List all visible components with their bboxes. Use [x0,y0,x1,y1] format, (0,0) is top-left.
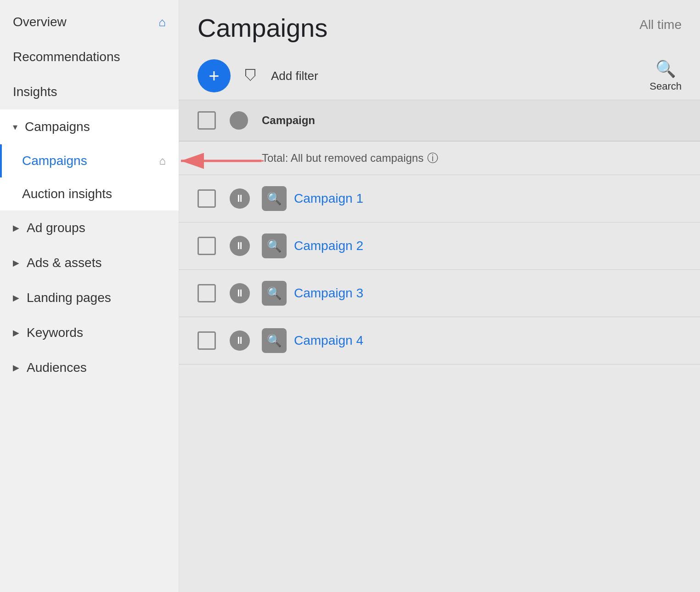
ads-assets-chevron-icon: ▶ [13,258,19,268]
search-campaign-icon-4: 🔍 [267,334,282,348]
sidebar-campaigns-header[interactable]: ▾ Campaigns [0,109,179,144]
add-button[interactable]: + [198,59,231,92]
filter-icon[interactable]: ⛉ [240,64,262,88]
row2-checkbox[interactable] [198,237,216,255]
table-row: ⏸ 🔍 Campaign 2 [179,222,700,270]
select-all-checkbox[interactable] [198,111,216,130]
row4-campaign-link[interactable]: Campaign 4 [294,333,363,348]
row1-checkbox-col [198,189,220,208]
sidebar-item-keywords[interactable]: ▶ Keywords [0,315,179,350]
sidebar-ad-groups-label: Ad groups [27,221,85,235]
row2-name-col: 🔍 Campaign 2 [262,233,682,258]
row2-campaign-type-icon[interactable]: 🔍 [262,233,287,258]
sidebar-item-recommendations[interactable]: Recommendations [0,40,179,74]
row1-checkbox[interactable] [198,189,216,208]
row3-status-icon: ⏸ [230,283,250,303]
plus-icon: + [209,66,219,86]
sidebar-item-audiences[interactable]: ▶ Audiences [0,350,179,385]
campaign-column-label: Campaign [262,114,315,126]
search-button[interactable]: 🔍 Search [649,59,682,92]
row4-campaign-type-icon[interactable]: 🔍 [262,328,287,353]
total-row-content: Total: All but removed campaigns ⓘ [262,151,682,165]
sidebar-item-ads-assets[interactable]: ▶ Ads & assets [0,245,179,280]
campaigns-group: ▾ Campaigns Campaigns ⌂ Auction insights [0,109,179,211]
search-campaign-icon-3: 🔍 [267,286,282,301]
home-icon: ⌂ [158,15,166,29]
add-filter-label: Add filter [271,69,640,83]
row3-checkbox-col [198,284,220,302]
sidebar-item-overview[interactable]: Overview ⌂ [0,5,179,40]
total-info-icon[interactable]: ⓘ [427,151,438,165]
sidebar-sub-item-campaigns[interactable]: Campaigns ⌂ [0,144,179,177]
search-campaign-icon: 🔍 [267,192,282,206]
row1-campaign-link[interactable]: Campaign 1 [294,191,363,206]
sidebar-recommendations-label: Recommendations [13,50,120,64]
row3-campaign-type-icon[interactable]: 🔍 [262,281,287,306]
search-label: Search [649,80,682,92]
row1-status-col: ⏸ [230,188,253,209]
date-range-label: All time [639,17,682,32]
pause-icon-4: ⏸ [235,336,245,346]
table-row: ⏸ 🔍 Campaign 1 [179,175,700,222]
ad-groups-chevron-icon: ▶ [13,223,19,233]
sidebar-auction-insights-label: Auction insights [22,187,112,201]
toolbar: + ⛉ Add filter 🔍 Search [179,52,700,100]
sidebar: Overview ⌂ Recommendations Insights ▾ Ca… [0,0,179,592]
sidebar-item-landing-pages[interactable]: ▶ Landing pages [0,280,179,315]
search-icon: 🔍 [655,59,676,79]
header-checkbox-col [198,111,220,130]
sidebar-item-insights[interactable]: Insights [0,74,179,109]
header-campaign-name: Campaign [262,114,682,127]
campaigns-table: Campaign Total: All but removed campaign… [179,100,700,592]
sidebar-sub-item-auction-insights[interactable]: Auction insights [0,177,179,211]
row2-status-icon: ⏸ [230,236,250,256]
row3-checkbox[interactable] [198,284,216,302]
header-status-col [230,111,253,130]
pause-icon: ⏸ [235,194,245,204]
row2-checkbox-col [198,237,220,255]
row4-checkbox[interactable] [198,331,216,350]
row4-checkbox-col [198,331,220,350]
sidebar-insights-label: Insights [13,85,57,99]
row3-name-col: 🔍 Campaign 3 [262,281,682,306]
page-title: Campaigns [198,13,327,43]
total-row: Total: All but removed campaigns ⓘ [179,142,700,175]
campaigns-chevron-icon: ▾ [13,121,17,132]
row4-status-icon: ⏸ [230,330,250,351]
sidebar-item-ad-groups[interactable]: ▶ Ad groups [0,211,179,245]
pause-icon-2: ⏸ [235,241,245,251]
table-header-row: Campaign [179,100,700,142]
row2-campaign-link[interactable]: Campaign 2 [294,239,363,253]
main-content: Campaigns All time + ⛉ Add filter 🔍 Sear… [179,0,700,592]
row1-status-icon: ⏸ [230,188,250,209]
row3-campaign-link[interactable]: Campaign 3 [294,286,363,301]
sidebar-keywords-label: Keywords [27,325,83,340]
table-row: ⏸ 🔍 Campaign 3 [179,270,700,317]
row4-name-col: 🔍 Campaign 4 [262,328,682,353]
landing-pages-chevron-icon: ▶ [13,293,19,303]
row4-status-col: ⏸ [230,330,253,351]
pause-icon-3: ⏸ [235,288,245,298]
row1-campaign-type-icon[interactable]: 🔍 [262,186,287,211]
audiences-chevron-icon: ▶ [13,363,19,373]
row2-status-col: ⏸ [230,236,253,256]
sidebar-ads-assets-label: Ads & assets [27,256,102,270]
keywords-chevron-icon: ▶ [13,328,19,338]
main-header: Campaigns All time [179,0,700,52]
sidebar-landing-pages-label: Landing pages [27,290,111,305]
home-small-icon: ⌂ [159,154,166,167]
row1-name-col: 🔍 Campaign 1 [262,186,682,211]
status-header-dot [230,111,248,130]
table-row: ⏸ 🔍 Campaign 4 [179,317,700,364]
row3-status-col: ⏸ [230,283,253,303]
sidebar-campaigns-label: Campaigns [25,120,90,134]
sidebar-audiences-label: Audiences [27,360,87,375]
total-text: Total: All but removed campaigns [262,152,423,165]
sidebar-overview-label: Overview [13,15,67,29]
sidebar-campaigns-sub-label: Campaigns [22,154,87,168]
search-campaign-icon-2: 🔍 [267,239,282,253]
